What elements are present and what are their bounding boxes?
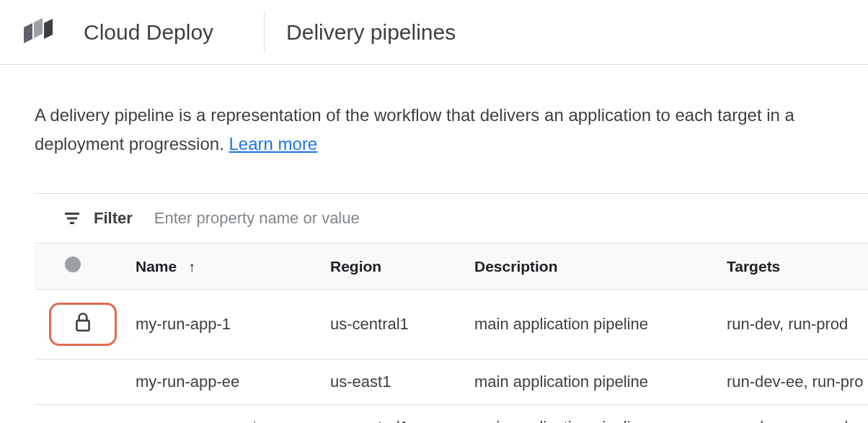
svg-rect-1 <box>67 218 77 220</box>
page-description: A delivery pipeline is a representation … <box>35 101 828 159</box>
cloud-deploy-logo-icon <box>20 14 56 50</box>
col-header-status[interactable] <box>35 244 128 290</box>
svg-rect-2 <box>70 222 74 224</box>
pipeline-description: main application pipeline <box>467 290 719 360</box>
filter-icon <box>63 210 81 227</box>
sort-ascending-icon: ↑ <box>188 259 195 275</box>
table-header-row: Name ↑ Region Description Targets <box>35 244 868 290</box>
pipeline-targets: run-dev-ee, run-pro <box>719 360 868 405</box>
pipeline-name[interactable]: my-run-app-empty <box>128 405 323 424</box>
pipeline-targets: run-dev, run-prod <box>719 290 868 360</box>
pipeline-description: main application pipeline <box>467 405 719 424</box>
filter-input[interactable] <box>153 208 868 228</box>
header-divider <box>264 12 265 53</box>
status-cell <box>35 360 128 405</box>
lock-icon <box>74 311 92 337</box>
pipeline-region: us-central1 <box>323 290 467 360</box>
status-dot-icon <box>65 257 81 272</box>
pipeline-targets: run-dev, run-prod <box>719 405 868 424</box>
pipeline-name[interactable]: my-run-app-ee <box>128 360 323 405</box>
pipeline-region: us-east1 <box>323 360 467 405</box>
page-title: Delivery pipelines <box>286 20 456 45</box>
description-text: A delivery pipeline is a representation … <box>35 105 794 153</box>
status-cell <box>35 405 128 424</box>
pipeline-description: main application pipeline <box>467 360 719 405</box>
svg-rect-0 <box>65 213 79 215</box>
pipeline-region: us-central1 <box>323 405 467 424</box>
product-title: Cloud Deploy <box>84 20 264 45</box>
col-header-description[interactable]: Description <box>467 244 719 290</box>
table-row[interactable]: my-run-app-1 us-central1 main applicatio… <box>35 290 868 360</box>
col-header-targets[interactable]: Targets <box>719 244 868 290</box>
svg-rect-3 <box>76 321 89 331</box>
pipeline-name[interactable]: my-run-app-1 <box>128 290 323 360</box>
col-header-region[interactable]: Region <box>323 244 467 290</box>
app-header: Cloud Deploy Delivery pipelines <box>0 0 868 65</box>
col-header-name[interactable]: Name ↑ <box>128 244 323 290</box>
learn-more-link[interactable]: Learn more <box>229 134 317 153</box>
filter-bar: Filter <box>35 193 868 244</box>
pipelines-table: Name ↑ Region Description Targets <box>35 244 868 423</box>
status-cell <box>35 290 128 360</box>
col-header-name-label: Name <box>136 258 177 275</box>
table-row[interactable]: my-run-app-ee us-east1 main application … <box>35 360 868 405</box>
filter-label: Filter <box>94 209 133 228</box>
lock-highlight-box <box>49 303 117 346</box>
table-row[interactable]: my-run-app-empty us-central1 main applic… <box>35 405 868 424</box>
